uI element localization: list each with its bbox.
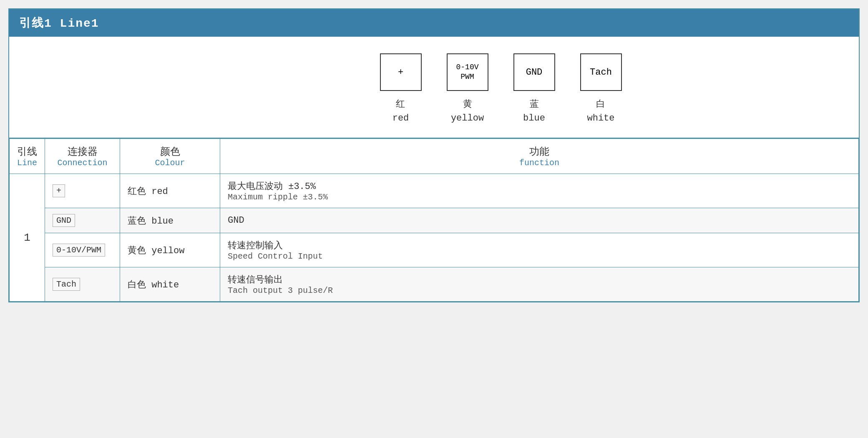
function-gnd: GND: [228, 215, 244, 226]
th-colour: 颜色 Colour: [120, 139, 220, 174]
connector-label-gnd: 蓝 blue: [523, 98, 545, 125]
connector-zh-pwm: 黄: [463, 99, 472, 110]
td-colour-blue: 蓝色 blue: [120, 208, 220, 233]
connector-pwm: 0-10VPWM 黄 yellow: [447, 53, 488, 125]
th-function: 功能 function: [220, 139, 859, 174]
connector-symbol-gnd: GND: [526, 67, 543, 78]
header-title: 引线1 Line1: [19, 17, 99, 30]
td-connection-tach: Tach: [45, 267, 120, 302]
diagram-section: + 红 red 0-10VPWM 黄 yellow: [9, 37, 859, 138]
table-header-row: 引线 Line 连接器 Connection 颜色 Colour 功能 func…: [10, 139, 859, 174]
connector-symbol-plus: +: [398, 67, 403, 78]
colour-red: 红色 red: [128, 186, 168, 197]
connector-en-pwm: yellow: [451, 113, 484, 123]
connector-box-plus: +: [380, 53, 422, 91]
table-row: 1 + 红色 red 最大电压波动 ±3.5% Maximum ripple ±…: [10, 174, 859, 208]
th-connection-zh: 连接器: [53, 145, 112, 158]
table-row: Tach 白色 white 转速信号输出 Tach output 3 pulse…: [10, 267, 859, 302]
connector-zh-gnd: 蓝: [530, 99, 539, 110]
function-zh-pwm: 转速控制输入: [228, 239, 851, 252]
td-line-number: 1: [10, 174, 45, 302]
section-header: 引线1 Line1: [9, 9, 859, 37]
connector-tach: Tach 白 white: [580, 53, 622, 125]
connector-label-plus: 红 red: [392, 98, 409, 125]
connector-en-plus: red: [392, 113, 409, 123]
function-en-red: Maximum ripple ±3.5%: [228, 192, 851, 202]
td-function-gnd: GND: [220, 208, 859, 233]
td-colour-yellow: 黄色 yellow: [120, 233, 220, 267]
td-function-tach: 转速信号输出 Tach output 3 pulse/R: [220, 267, 859, 302]
connection-tag-tach: Tach: [53, 278, 80, 291]
th-function-zh: 功能: [228, 145, 851, 158]
connector-gnd: GND 蓝 blue: [513, 53, 555, 125]
th-colour-zh: 颜色: [128, 145, 212, 158]
table-row: 0-10V/PWM 黄色 yellow 转速控制输入 Speed Control…: [10, 233, 859, 267]
colour-yellow: 黄色 yellow: [128, 246, 184, 256]
function-en-pwm: Speed Control Input: [228, 252, 851, 261]
table-row: GND 蓝色 blue GND: [10, 208, 859, 233]
connection-tag-plus: +: [53, 184, 65, 197]
function-en-tach: Tach output 3 pulse/R: [228, 286, 851, 295]
th-line-en: Line: [17, 158, 37, 168]
th-line: 引线 Line: [10, 139, 45, 174]
td-colour-red: 红色 red: [120, 174, 220, 208]
td-connection-gnd: GND: [45, 208, 120, 233]
connector-en-gnd: blue: [523, 113, 545, 123]
connection-tag-pwm: 0-10V/PWM: [53, 244, 105, 257]
colour-blue: 蓝色 blue: [128, 216, 174, 227]
td-function-pwm: 转速控制输入 Speed Control Input: [220, 233, 859, 267]
connector-zh-plus: 红: [396, 99, 405, 110]
th-colour-en: Colour: [128, 158, 212, 168]
main-container: 引线1 Line1 + 红 red 0-10VPWM 黄: [8, 8, 860, 302]
function-zh-red: 最大电压波动 ±3.5%: [228, 180, 851, 192]
td-colour-white: 白色 white: [120, 267, 220, 302]
connector-zh-tach: 白: [596, 99, 605, 110]
connector-box-pwm: 0-10VPWM: [447, 53, 488, 91]
connector-label-tach: 白 white: [587, 98, 614, 125]
td-connection-pwm: 0-10V/PWM: [45, 233, 120, 267]
connection-tag-gnd: GND: [53, 214, 75, 227]
th-connection: 连接器 Connection: [45, 139, 120, 174]
colour-white: 白色 white: [128, 280, 179, 290]
th-line-zh: 引线: [17, 145, 37, 158]
connector-en-tach: white: [587, 113, 614, 123]
table-section: 引线 Line 连接器 Connection 颜色 Colour 功能 func…: [9, 138, 859, 302]
connector-box-tach: Tach: [580, 53, 622, 91]
diagram-inner: + 红 red 0-10VPWM 黄 yellow: [380, 53, 622, 125]
data-table: 引线 Line 连接器 Connection 颜色 Colour 功能 func…: [9, 138, 859, 302]
connector-symbol-tach: Tach: [590, 67, 612, 78]
connector-symbol-pwm: 0-10VPWM: [456, 63, 478, 82]
th-function-en: function: [228, 158, 851, 168]
connector-box-gnd: GND: [513, 53, 555, 91]
function-zh-tach: 转速信号输出: [228, 273, 851, 286]
connector-plus: + 红 red: [380, 53, 422, 125]
td-connection-plus: +: [45, 174, 120, 208]
td-function-red: 最大电压波动 ±3.5% Maximum ripple ±3.5%: [220, 174, 859, 208]
connector-label-pwm: 黄 yellow: [451, 98, 484, 125]
th-connection-en: Connection: [53, 158, 112, 168]
